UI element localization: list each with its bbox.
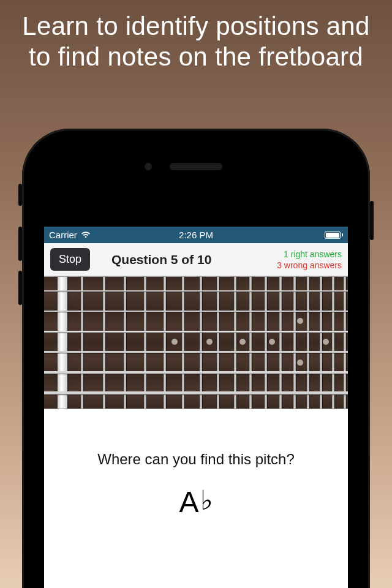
fret [320, 277, 322, 409]
prompt-area: Where can you find this pitch? A♭ [44, 409, 348, 519]
fret-marker-dot [269, 339, 275, 345]
battery-icon [325, 232, 343, 239]
stop-button[interactable]: Stop [50, 248, 90, 271]
flat-icon: ♭ [200, 484, 213, 516]
wifi-icon [81, 230, 91, 240]
fret [81, 277, 83, 409]
string[interactable] [44, 391, 348, 394]
fret [103, 277, 105, 409]
status-bar: Carrier 2:26 PM [44, 227, 348, 243]
question-counter: Question 5 of 10 [111, 252, 211, 267]
phone-screen: Carrier 2:26 PM Stop Question 5 of 10 1 … [44, 227, 348, 588]
pitch-letter: A [179, 485, 198, 519]
nut [58, 277, 67, 409]
fret-marker-dot [297, 318, 303, 324]
fret [200, 277, 202, 409]
fretboard[interactable] [44, 276, 348, 409]
string[interactable] [44, 290, 348, 292]
carrier-label: Carrier [49, 230, 77, 240]
phone-volume-down [18, 271, 22, 305]
fret-marker-dot [239, 339, 246, 345]
fret [293, 277, 296, 409]
fret-marker-dot [323, 339, 329, 345]
fret-marker-dot [172, 339, 178, 345]
fret [182, 277, 184, 409]
fret [144, 277, 146, 409]
fret [249, 277, 252, 409]
score-box: 1 right answers 3 wrong answers [277, 249, 342, 271]
fret [124, 277, 126, 409]
fret [164, 277, 166, 409]
status-time: 2:26 PM [179, 230, 213, 240]
fret [234, 277, 236, 409]
phone-frame: Carrier 2:26 PM Stop Question 5 of 10 1 … [22, 129, 370, 588]
fret [344, 277, 346, 409]
phone-power-button [370, 201, 374, 240]
prompt-question: Where can you find this pitch? [44, 451, 348, 468]
fret-marker-dot [206, 339, 213, 345]
phone-speaker [170, 163, 222, 170]
string[interactable] [44, 311, 348, 312]
fret [332, 277, 334, 409]
string[interactable] [44, 371, 348, 374]
fret [279, 277, 282, 409]
string[interactable] [44, 331, 348, 333]
phone-mute-switch [18, 184, 22, 206]
fretboard-surface[interactable] [44, 276, 348, 409]
fret [217, 277, 219, 409]
fret [265, 277, 267, 409]
fret [307, 277, 309, 409]
fret-marker-dot [297, 360, 303, 366]
string[interactable] [44, 351, 348, 353]
phone-volume-up [18, 227, 22, 261]
phone-camera [145, 163, 152, 170]
quiz-toolbar: Stop Question 5 of 10 1 right answers 3 … [44, 243, 348, 276]
wrong-answers-label: 3 wrong answers [277, 260, 342, 271]
promo-headline: Learn to identify positions and to find … [0, 11, 392, 72]
target-pitch: A♭ [44, 485, 348, 519]
right-answers-label: 1 right answers [277, 249, 342, 260]
